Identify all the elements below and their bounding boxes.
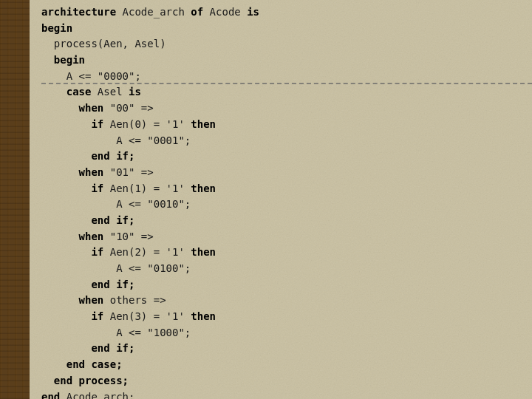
- keyword-when3: when: [79, 231, 104, 242]
- keyword-then3: then: [191, 246, 216, 258]
- keyword-of: of: [191, 6, 203, 18]
- keyword-then2: then: [191, 183, 216, 194]
- keyword-when1: when: [79, 102, 104, 114]
- keyword-case: case: [66, 86, 92, 98]
- left-sidebar: [0, 0, 30, 399]
- keyword-then1: then: [191, 118, 216, 130]
- keyword-when4: when: [79, 294, 104, 306]
- keyword-end: end: [41, 391, 60, 400]
- dashed-line: [41, 83, 532, 84]
- keyword-endprocess: end process;: [54, 375, 129, 386]
- keyword-when2: when: [79, 166, 104, 178]
- keyword-begin: begin: [41, 22, 72, 34]
- keyword-if1: if: [91, 118, 103, 130]
- keyword-if2: if: [91, 183, 103, 194]
- keyword-endif1: end if;: [91, 150, 134, 162]
- keyword-is: is: [247, 6, 259, 18]
- keyword-if4: if: [91, 310, 103, 322]
- keyword-endif2: end if;: [91, 214, 134, 226]
- keyword-endcase: end case;: [66, 358, 123, 370]
- keyword-endif4: end if;: [91, 342, 134, 354]
- keyword-endif3: end if;: [91, 279, 134, 290]
- keyword-begin2: begin: [54, 54, 85, 66]
- keyword-if3: if: [91, 246, 103, 258]
- code-block: architecture Acode_arch of Acode is begi…: [41, 4, 526, 399]
- keyword-is2: is: [129, 86, 141, 98]
- keyword-then4: then: [191, 310, 216, 322]
- code-area: architecture Acode_arch of Acode is begi…: [30, 0, 532, 399]
- keyword-architecture: architecture: [41, 6, 116, 18]
